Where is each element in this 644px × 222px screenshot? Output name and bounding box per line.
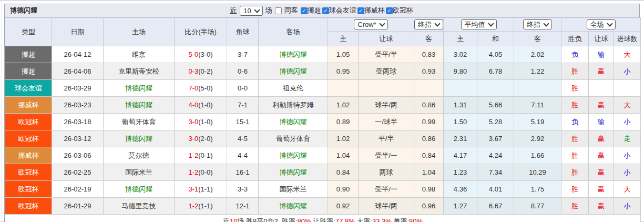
match-date: 26-03-18	[52, 114, 104, 130]
fulltime-score: 1-2	[188, 152, 198, 159]
score-cell: 1-2(1-1)	[175, 198, 227, 215]
avg-away: 1.66	[514, 147, 561, 164]
col-header-type: 类型	[5, 18, 52, 46]
result-winlose: 胜	[561, 63, 589, 80]
subcol-odds-away: 客	[414, 32, 444, 46]
avg-home: 2.31	[444, 130, 477, 147]
match-row: 欧冠杯26-02-19博德闪耀3-1(1-1)3-3国际米兰0.90受半/一0.…	[5, 181, 641, 198]
league-checkbox-label: 挪超	[308, 6, 321, 15]
odds-home: 0.95	[328, 63, 359, 80]
odds-home: 1.05	[328, 46, 359, 63]
away-team: 博德闪耀	[259, 114, 328, 130]
odds-handicap: 两球	[359, 164, 414, 181]
summary-segment: 80%	[409, 217, 423, 222]
matches-label: 场	[265, 6, 272, 15]
league-checkbox-3[interactable]: ✓	[357, 7, 364, 14]
odds-handicap: 受半/一	[359, 181, 414, 198]
corner-count: 15-1	[227, 114, 259, 130]
league-checkbox-2[interactable]: ✓	[322, 7, 329, 14]
fulltime-score: 1-2	[188, 202, 198, 210]
match-date: 26-03-12	[52, 130, 104, 147]
avg-draw: 5.66	[477, 97, 514, 114]
match-date: 26-03-06	[52, 147, 104, 164]
avg-home: 1.50	[444, 114, 477, 130]
match-date: 26-02-19	[52, 181, 104, 198]
league-checkbox-label: 挪威杯	[364, 6, 385, 15]
corner-count: 4-4	[227, 147, 259, 164]
avg-away: 10.29	[514, 164, 561, 181]
avg-home: 1.27	[444, 198, 477, 215]
avg-away	[514, 80, 561, 97]
odds-time-select[interactable]: 终指	[414, 19, 443, 29]
league-badge: 欧冠杯	[5, 181, 52, 198]
away-team: 博德闪耀	[259, 198, 328, 215]
subcol-avg-home: 主	[444, 32, 477, 46]
league-checkbox-4[interactable]: ✓	[386, 7, 393, 14]
subcol-odds-handicap: 让球	[359, 32, 414, 46]
fulltime-score: 4-0	[188, 101, 198, 109]
odds-company-select[interactable]: Crow*	[354, 19, 387, 29]
avg-away: 1.75	[514, 181, 561, 198]
avg-draw: 4.01	[477, 181, 514, 198]
same-venue-checkbox[interactable]	[275, 7, 282, 14]
league-badge: 欧冠杯	[5, 130, 52, 147]
col-header-date: 日期	[52, 18, 104, 46]
subcol-odds-home: 主	[328, 32, 359, 46]
odds-handicap: 受半/一	[359, 147, 414, 164]
recent-link[interactable]: 近	[230, 6, 237, 15]
fulltime-score: 3-1	[188, 185, 198, 193]
summary-segment: 77.8%	[335, 217, 355, 222]
matches-table: 类型 日期 主场 比分(半场) 角球 客场 Crow* 终指 平均值 终指 全场…	[5, 17, 641, 222]
league-badge: 欧冠杯	[5, 114, 52, 130]
summary-segment: 单率:	[392, 217, 409, 222]
summary-row: 近10场,胜8平0负2, 胜率:80% 让胜率:77.8% 大率:33.3% 单…	[5, 215, 641, 222]
match-date: 26-01-29	[52, 198, 104, 215]
fulltime-score: 3-0	[188, 118, 198, 126]
home-team: 葡萄牙体育	[104, 114, 175, 130]
scope-select[interactable]: 全场	[587, 19, 616, 29]
fulltime-score: 5-0	[188, 51, 198, 58]
avg-away: 2.02	[514, 46, 561, 63]
match-row: 欧冠杯26-03-12博德闪耀3-0(2-0)4-5葡萄牙体育1.02平/半0.…	[5, 130, 641, 147]
corner-count: 3-3	[227, 181, 259, 198]
league-checkbox-1[interactable]: ✓	[301, 7, 308, 14]
titlebar: 博德闪耀 近 10 场 同客 ✓挪超✓球会友谊✓挪威杯✓欧冠杯	[5, 4, 639, 17]
match-date: 26-02-25	[52, 164, 104, 181]
avg-away: 8.77	[514, 198, 561, 215]
corner-count: 4-5	[227, 130, 259, 147]
result-winlose: 胜	[561, 147, 589, 164]
away-team: 博德闪耀	[259, 164, 328, 181]
result-goals: 走	[614, 130, 641, 147]
score-cell: 1-2(0-1)	[175, 147, 227, 164]
odds-away: 0.93	[414, 63, 444, 80]
odds-handicap: 球半/两	[359, 97, 414, 114]
avg-draw: 3.67	[477, 130, 514, 147]
odds-away: 0.96	[414, 198, 444, 215]
result-winlose: 胜	[561, 97, 589, 114]
halftime-score: (1-0)	[198, 118, 212, 126]
summary-segment: 10	[230, 217, 237, 222]
recent-count-select[interactable]: 10	[240, 6, 262, 16]
result-goals: 小	[614, 198, 641, 215]
corner-count: 3-7	[227, 46, 259, 63]
match-date: 26-03-29	[52, 80, 104, 97]
avg-time-select[interactable]: 终指	[523, 19, 552, 29]
result-handicap: 赢	[589, 198, 614, 215]
home-team: 维京	[104, 46, 175, 63]
avg-draw: 4.24	[477, 147, 514, 164]
halftime-score: (0-0)	[198, 168, 212, 176]
odds-home: 1.04	[328, 147, 359, 164]
summary-segment: 近	[223, 217, 230, 222]
col-header-away: 客场	[259, 18, 328, 46]
odds-home: 0.84	[328, 164, 359, 181]
odds-away: 0.99	[414, 114, 444, 130]
corner-count: 16-1	[227, 164, 259, 181]
home-team: 莫尔德	[104, 147, 175, 164]
halftime-score: (1-1)	[198, 202, 212, 210]
fulltime-score: 1-2	[188, 168, 198, 176]
result-goals: 小	[614, 164, 641, 181]
avg-home: 4.36	[444, 181, 477, 198]
odds-handicap	[359, 80, 414, 97]
avg-type-select[interactable]: 平均值	[461, 19, 497, 29]
league-badge: 挪威杯	[5, 97, 52, 114]
